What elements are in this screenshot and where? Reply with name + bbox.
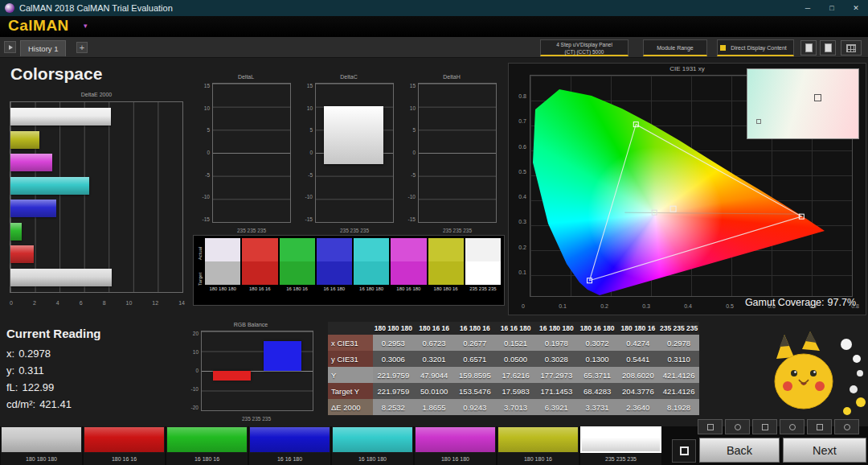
- maximize-button[interactable]: □: [820, 0, 844, 16]
- swatch-rgb-label: 16 180 180: [354, 285, 389, 303]
- gamut-coverage-label: Gamut Coverage:: [745, 297, 825, 308]
- report-page-button[interactable]: [820, 40, 836, 56]
- actual-swatch: [242, 238, 277, 261]
- tab-history-1[interactable]: History 1: [20, 40, 66, 56]
- delta-l-title: DeltaL: [198, 74, 294, 83]
- patch-color: [497, 426, 579, 453]
- patch-red[interactable]: 180 16 16: [84, 426, 165, 465]
- cell: 17.6216: [495, 367, 536, 383]
- delta-h-x-label: 235 235 235: [418, 228, 497, 233]
- x-tick: 6: [80, 300, 83, 306]
- delta-c-white-patch: [324, 106, 384, 164]
- cell: 0.1521: [495, 335, 536, 351]
- capture-icon-button[interactable]: [698, 419, 723, 434]
- close-button[interactable]: ✕: [844, 0, 868, 16]
- calman-logo: CalMAN: [8, 17, 69, 35]
- cie-y-axis: 0.80.70.60.50.40.30.20.1: [512, 93, 526, 275]
- patch-color: [84, 426, 165, 453]
- swatch-rgb-label: 16 16 180: [317, 285, 352, 303]
- add-tab-button[interactable]: +: [76, 42, 88, 53]
- workflow-dropdown-button[interactable]: 4 Step u'v'Display Panel (CT) (CCT) 5000: [540, 39, 628, 56]
- next-button[interactable]: Next: [783, 438, 866, 463]
- pikachu-sticker-image: [764, 331, 866, 423]
- swatch-column: 180 180 16: [428, 238, 464, 303]
- app-icon: [5, 3, 14, 13]
- layout-icon-button[interactable]: [834, 419, 859, 434]
- table-row-delta-e: ΔE 2000 8.2532 1.8655 0.9243 3.7013 6.39…: [328, 399, 699, 415]
- target-swatch: [465, 261, 501, 285]
- panel-icon: [817, 424, 823, 430]
- patch-blue[interactable]: 16 16 180: [249, 426, 330, 465]
- settings-icon-button[interactable]: [780, 419, 805, 434]
- cell: 0.2978: [658, 335, 699, 351]
- patch-color: [332, 426, 413, 453]
- cell: 208.6020: [618, 367, 659, 383]
- patch-label: 16 180 180: [332, 453, 413, 465]
- cell: 0.1978: [536, 335, 577, 351]
- actual-row-label: Actual: [198, 244, 203, 263]
- layout-grid-button[interactable]: [841, 40, 862, 56]
- direct-display-button[interactable]: Direct Display Content: [717, 39, 794, 56]
- cell: 221.9759: [373, 367, 414, 383]
- workflow-line1: 4 Step u'v'Display Panel: [544, 42, 624, 49]
- white-point-zoom-inset: [747, 68, 859, 139]
- current-reading-panel: Current Reading x:0.2978 y:0.311 fL:122.…: [6, 327, 101, 413]
- target-swatch: [242, 261, 277, 285]
- bar-row: [10, 269, 182, 286]
- patch-label: 16 16 180: [249, 453, 330, 465]
- target-swatch: [428, 261, 464, 285]
- logo-menu-caret-icon[interactable]: ▾: [84, 22, 88, 30]
- delta-e-bar-magenta: [10, 154, 52, 171]
- patch-gray[interactable]: 180 180 180: [1, 426, 82, 465]
- x-tick: 12: [152, 300, 158, 306]
- grid-icon: [846, 44, 856, 52]
- zero-line: [419, 153, 496, 154]
- tab-scroll-arrow-icon[interactable]: [4, 41, 16, 53]
- checkbox-icon: [720, 45, 726, 51]
- swatch-rgb-label: 180 180 180: [205, 285, 240, 303]
- row-label: y CIE31: [328, 351, 373, 367]
- column-header: 180 16 16: [414, 322, 455, 335]
- patch-color: [1, 426, 82, 453]
- reading-fl: fL:122.99: [6, 379, 101, 396]
- column-header: 235 235 235: [658, 322, 699, 335]
- delta-e-bar-red: [10, 245, 34, 263]
- inset-target-marker-icon: [814, 94, 821, 101]
- patch-green[interactable]: 16 180 16: [166, 426, 248, 465]
- actual-swatch: [280, 238, 315, 261]
- patch-magenta[interactable]: 180 16 180: [415, 426, 496, 465]
- delta-c-x-label: 235 235 235: [315, 228, 394, 233]
- reading-x: x:0.2978: [6, 345, 101, 362]
- patch-white-selected[interactable]: 235 235 235: [580, 426, 661, 465]
- column-header: 16 180 180: [536, 322, 577, 335]
- column-header: 180 180 16: [618, 322, 659, 335]
- patch-cyan[interactable]: 16 180 180: [332, 426, 413, 465]
- cell: 3.7013: [495, 399, 536, 415]
- delta-e-bar-white: [10, 108, 111, 126]
- swatch-rgb-label: 16 180 16: [280, 285, 315, 303]
- back-button[interactable]: Back: [699, 438, 780, 463]
- table-header-row: 180 180 180 180 16 16 16 180 16 16 16 18…: [328, 322, 699, 335]
- patch-yellow[interactable]: 180 180 16: [497, 426, 579, 465]
- reading-y: y:0.311: [6, 362, 101, 379]
- profile-icon-button[interactable]: [725, 419, 750, 434]
- module-range-button[interactable]: Module Range: [643, 39, 707, 56]
- delta-l-x-label: 235 235 235: [212, 228, 291, 233]
- bar-row: [10, 177, 182, 195]
- window-title: CalMAN 2018 CalMAN Trial Evaluation: [19, 3, 173, 13]
- minimize-button[interactable]: ─: [796, 0, 820, 16]
- cell: 50.0100: [414, 383, 455, 399]
- x-tick: 10: [126, 300, 133, 306]
- direct-display-label: Direct Display Content: [731, 45, 787, 51]
- stop-measurement-button[interactable]: [672, 439, 696, 463]
- copy-page-button[interactable]: [800, 40, 817, 56]
- panel-icon-button[interactable]: [807, 419, 832, 434]
- cell: 17.5983: [495, 383, 536, 399]
- cell: 0.9243: [455, 399, 496, 415]
- delta-e-bar-green: [10, 223, 22, 241]
- actual-swatch: [317, 238, 352, 261]
- cell: 2.3640: [618, 399, 659, 415]
- chart-icon-button[interactable]: [752, 419, 777, 434]
- inset-point-marker-icon: [756, 119, 761, 124]
- title-bar: CalMAN 2018 CalMAN Trial Evaluation ─ □ …: [0, 0, 868, 16]
